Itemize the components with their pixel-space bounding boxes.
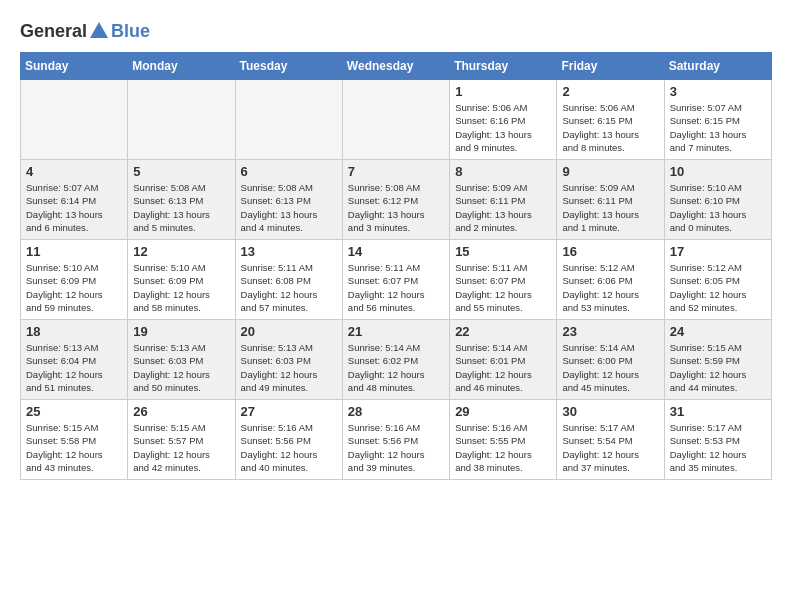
calendar-table: SundayMondayTuesdayWednesdayThursdayFrid… — [20, 52, 772, 480]
day-number: 31 — [670, 404, 766, 419]
calendar-cell: 15Sunrise: 5:11 AM Sunset: 6:07 PM Dayli… — [450, 240, 557, 320]
calendar-cell: 14Sunrise: 5:11 AM Sunset: 6:07 PM Dayli… — [342, 240, 449, 320]
day-info: Sunrise: 5:15 AM Sunset: 5:59 PM Dayligh… — [670, 341, 766, 394]
week-row-5: 25Sunrise: 5:15 AM Sunset: 5:58 PM Dayli… — [21, 400, 772, 480]
calendar-cell: 31Sunrise: 5:17 AM Sunset: 5:53 PM Dayli… — [664, 400, 771, 480]
day-info: Sunrise: 5:16 AM Sunset: 5:56 PM Dayligh… — [348, 421, 444, 474]
calendar-cell: 11Sunrise: 5:10 AM Sunset: 6:09 PM Dayli… — [21, 240, 128, 320]
day-info: Sunrise: 5:07 AM Sunset: 6:14 PM Dayligh… — [26, 181, 122, 234]
day-number: 30 — [562, 404, 658, 419]
page-header: General Blue — [20, 20, 772, 42]
day-number: 27 — [241, 404, 337, 419]
day-info: Sunrise: 5:11 AM Sunset: 6:07 PM Dayligh… — [348, 261, 444, 314]
day-info: Sunrise: 5:14 AM Sunset: 6:01 PM Dayligh… — [455, 341, 551, 394]
day-header-wednesday: Wednesday — [342, 53, 449, 80]
day-info: Sunrise: 5:12 AM Sunset: 6:06 PM Dayligh… — [562, 261, 658, 314]
week-row-4: 18Sunrise: 5:13 AM Sunset: 6:04 PM Dayli… — [21, 320, 772, 400]
day-info: Sunrise: 5:10 AM Sunset: 6:09 PM Dayligh… — [26, 261, 122, 314]
day-number: 7 — [348, 164, 444, 179]
day-info: Sunrise: 5:14 AM Sunset: 6:00 PM Dayligh… — [562, 341, 658, 394]
day-number: 11 — [26, 244, 122, 259]
day-info: Sunrise: 5:13 AM Sunset: 6:03 PM Dayligh… — [133, 341, 229, 394]
day-info: Sunrise: 5:15 AM Sunset: 5:58 PM Dayligh… — [26, 421, 122, 474]
day-number: 6 — [241, 164, 337, 179]
day-number: 9 — [562, 164, 658, 179]
day-number: 3 — [670, 84, 766, 99]
day-number: 23 — [562, 324, 658, 339]
calendar-cell: 9Sunrise: 5:09 AM Sunset: 6:11 PM Daylig… — [557, 160, 664, 240]
day-info: Sunrise: 5:14 AM Sunset: 6:02 PM Dayligh… — [348, 341, 444, 394]
day-info: Sunrise: 5:06 AM Sunset: 6:16 PM Dayligh… — [455, 101, 551, 154]
day-info: Sunrise: 5:16 AM Sunset: 5:56 PM Dayligh… — [241, 421, 337, 474]
calendar-cell: 25Sunrise: 5:15 AM Sunset: 5:58 PM Dayli… — [21, 400, 128, 480]
calendar-cell: 30Sunrise: 5:17 AM Sunset: 5:54 PM Dayli… — [557, 400, 664, 480]
day-number: 26 — [133, 404, 229, 419]
day-number: 28 — [348, 404, 444, 419]
day-info: Sunrise: 5:09 AM Sunset: 6:11 PM Dayligh… — [455, 181, 551, 234]
day-info: Sunrise: 5:09 AM Sunset: 6:11 PM Dayligh… — [562, 181, 658, 234]
calendar-cell: 24Sunrise: 5:15 AM Sunset: 5:59 PM Dayli… — [664, 320, 771, 400]
calendar-cell: 5Sunrise: 5:08 AM Sunset: 6:13 PM Daylig… — [128, 160, 235, 240]
day-info: Sunrise: 5:16 AM Sunset: 5:55 PM Dayligh… — [455, 421, 551, 474]
logo-icon — [88, 20, 110, 42]
calendar-cell: 7Sunrise: 5:08 AM Sunset: 6:12 PM Daylig… — [342, 160, 449, 240]
calendar-cell: 27Sunrise: 5:16 AM Sunset: 5:56 PM Dayli… — [235, 400, 342, 480]
calendar-cell: 6Sunrise: 5:08 AM Sunset: 6:13 PM Daylig… — [235, 160, 342, 240]
day-number: 25 — [26, 404, 122, 419]
day-number: 12 — [133, 244, 229, 259]
day-info: Sunrise: 5:17 AM Sunset: 5:54 PM Dayligh… — [562, 421, 658, 474]
day-number: 19 — [133, 324, 229, 339]
day-info: Sunrise: 5:10 AM Sunset: 6:09 PM Dayligh… — [133, 261, 229, 314]
header-row: SundayMondayTuesdayWednesdayThursdayFrid… — [21, 53, 772, 80]
logo-blue: Blue — [111, 21, 150, 42]
day-number: 29 — [455, 404, 551, 419]
logo: General Blue — [20, 20, 150, 42]
day-info: Sunrise: 5:08 AM Sunset: 6:12 PM Dayligh… — [348, 181, 444, 234]
logo-general: General — [20, 21, 87, 42]
calendar-cell: 8Sunrise: 5:09 AM Sunset: 6:11 PM Daylig… — [450, 160, 557, 240]
day-info: Sunrise: 5:11 AM Sunset: 6:08 PM Dayligh… — [241, 261, 337, 314]
calendar-cell: 16Sunrise: 5:12 AM Sunset: 6:06 PM Dayli… — [557, 240, 664, 320]
week-row-2: 4Sunrise: 5:07 AM Sunset: 6:14 PM Daylig… — [21, 160, 772, 240]
day-number: 24 — [670, 324, 766, 339]
day-number: 22 — [455, 324, 551, 339]
calendar-cell: 23Sunrise: 5:14 AM Sunset: 6:00 PM Dayli… — [557, 320, 664, 400]
calendar-cell: 10Sunrise: 5:10 AM Sunset: 6:10 PM Dayli… — [664, 160, 771, 240]
day-number: 8 — [455, 164, 551, 179]
calendar-cell: 2Sunrise: 5:06 AM Sunset: 6:15 PM Daylig… — [557, 80, 664, 160]
day-info: Sunrise: 5:08 AM Sunset: 6:13 PM Dayligh… — [133, 181, 229, 234]
day-info: Sunrise: 5:13 AM Sunset: 6:03 PM Dayligh… — [241, 341, 337, 394]
day-number: 2 — [562, 84, 658, 99]
calendar-cell — [21, 80, 128, 160]
day-info: Sunrise: 5:10 AM Sunset: 6:10 PM Dayligh… — [670, 181, 766, 234]
day-number: 13 — [241, 244, 337, 259]
day-info: Sunrise: 5:11 AM Sunset: 6:07 PM Dayligh… — [455, 261, 551, 314]
calendar-cell: 20Sunrise: 5:13 AM Sunset: 6:03 PM Dayli… — [235, 320, 342, 400]
calendar-cell: 28Sunrise: 5:16 AM Sunset: 5:56 PM Dayli… — [342, 400, 449, 480]
day-number: 16 — [562, 244, 658, 259]
day-info: Sunrise: 5:15 AM Sunset: 5:57 PM Dayligh… — [133, 421, 229, 474]
calendar-cell: 18Sunrise: 5:13 AM Sunset: 6:04 PM Dayli… — [21, 320, 128, 400]
day-info: Sunrise: 5:17 AM Sunset: 5:53 PM Dayligh… — [670, 421, 766, 474]
day-info: Sunrise: 5:13 AM Sunset: 6:04 PM Dayligh… — [26, 341, 122, 394]
calendar-cell — [128, 80, 235, 160]
calendar-cell: 26Sunrise: 5:15 AM Sunset: 5:57 PM Dayli… — [128, 400, 235, 480]
calendar-cell: 17Sunrise: 5:12 AM Sunset: 6:05 PM Dayli… — [664, 240, 771, 320]
calendar-cell: 13Sunrise: 5:11 AM Sunset: 6:08 PM Dayli… — [235, 240, 342, 320]
day-header-thursday: Thursday — [450, 53, 557, 80]
day-header-sunday: Sunday — [21, 53, 128, 80]
day-info: Sunrise: 5:07 AM Sunset: 6:15 PM Dayligh… — [670, 101, 766, 154]
calendar-cell — [342, 80, 449, 160]
calendar-cell: 12Sunrise: 5:10 AM Sunset: 6:09 PM Dayli… — [128, 240, 235, 320]
day-number: 14 — [348, 244, 444, 259]
day-header-saturday: Saturday — [664, 53, 771, 80]
day-number: 15 — [455, 244, 551, 259]
calendar-cell — [235, 80, 342, 160]
day-number: 21 — [348, 324, 444, 339]
day-number: 1 — [455, 84, 551, 99]
day-number: 5 — [133, 164, 229, 179]
calendar-cell: 22Sunrise: 5:14 AM Sunset: 6:01 PM Dayli… — [450, 320, 557, 400]
day-number: 10 — [670, 164, 766, 179]
day-number: 17 — [670, 244, 766, 259]
svg-marker-0 — [90, 22, 108, 38]
